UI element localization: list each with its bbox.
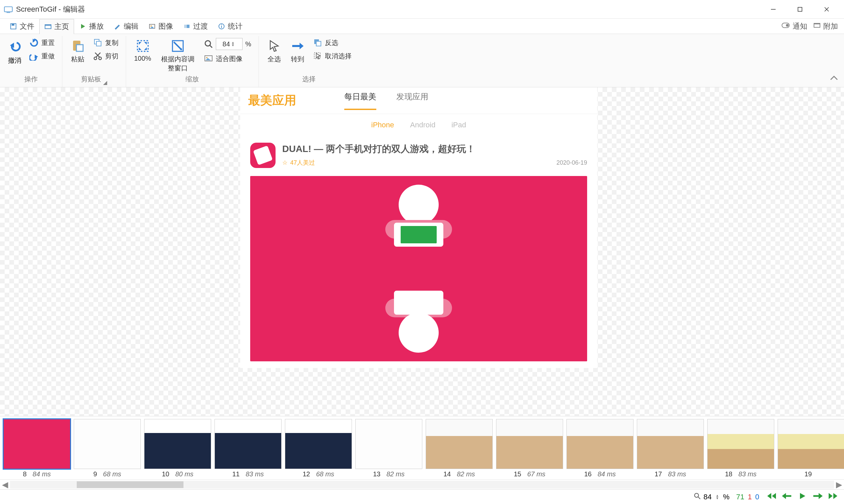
select-all-button[interactable]: 全选 <box>265 37 283 65</box>
status-zoom-spinner[interactable]: ▲▼ <box>716 494 719 500</box>
close-button[interactable] <box>813 0 840 19</box>
goto-button[interactable]: 转到 <box>288 37 307 65</box>
thumbnail-scrollbar[interactable]: ◀ ▶ <box>0 479 844 489</box>
paste-button[interactable]: 粘贴 <box>68 37 87 65</box>
maximize-button[interactable] <box>787 0 813 19</box>
cut-button[interactable]: 剪切 <box>92 51 120 61</box>
scroll-left-button[interactable]: ◀ <box>0 480 10 489</box>
thumbnail[interactable]: 1883 ms <box>707 419 774 479</box>
svg-point-44 <box>206 57 207 58</box>
platform-android[interactable]: Android <box>410 121 435 129</box>
thumbnail-label: 19 <box>804 470 817 478</box>
svg-marker-34 <box>139 42 141 45</box>
svg-marker-46 <box>299 43 304 49</box>
fit-content-label: 根据内容调整窗口 <box>160 55 196 73</box>
tab-file[interactable]: 文件 <box>5 19 39 34</box>
thumbnail[interactable]: 1268 ms <box>285 419 352 479</box>
nav-play-button[interactable] <box>797 492 808 502</box>
thumbnail[interactable]: 1482 ms <box>426 419 493 479</box>
zoom-spinner[interactable]: ▲▼ <box>231 41 235 47</box>
canvas-area[interactable]: 最美应用 每日最美 发现应用 iPhone Android iPad DUAL!… <box>0 87 844 416</box>
tab-file-label: 文件 <box>20 21 34 31</box>
ribbon: 撤消 重置 重做 操作 粘贴 复制 剪切 剪贴板◢ 100% 根据内容调整窗口 <box>0 34 844 87</box>
scroll-thumb[interactable] <box>77 481 184 488</box>
clipboard-dialog-launcher-icon[interactable]: ◢ <box>103 79 107 86</box>
thumbnail-duration: 84 ms <box>598 470 616 478</box>
deselect-label: 取消选择 <box>325 52 351 61</box>
thumbnail-number: 9 <box>93 470 97 478</box>
copy-button[interactable]: 复制 <box>92 37 120 48</box>
invert-selection-button[interactable]: 反选 <box>312 37 353 48</box>
thumbnail[interactable]: 1080 ms <box>144 419 211 479</box>
thumbnail-image <box>496 419 563 469</box>
fit-window-icon <box>171 39 185 53</box>
thumbnail-number: 10 <box>162 470 169 478</box>
svg-point-41 <box>205 41 210 46</box>
window-icon <box>813 22 821 31</box>
svg-rect-3 <box>798 7 802 11</box>
svg-rect-17 <box>221 24 222 25</box>
tab-playback[interactable]: 播放 <box>74 19 109 34</box>
redo-button[interactable]: 重做 <box>28 51 56 61</box>
thumbnail-duration: 68 ms <box>103 470 121 478</box>
nav-prev-button[interactable] <box>781 492 793 502</box>
content-tab-discover[interactable]: 发现应用 <box>396 91 428 110</box>
thumbnail[interactable]: 19 <box>778 419 844 479</box>
status-zoom-value: 84 <box>704 493 711 501</box>
notifications-button[interactable]: 通知 <box>781 21 807 31</box>
thumbnail[interactable]: 1783 ms <box>637 419 704 479</box>
thumbnail[interactable]: 884 ms <box>3 419 70 479</box>
thumbnail-strip: 884 ms 968 ms 1080 ms 1183 ms 1268 ms 13… <box>0 416 844 489</box>
ribbon-group-zoom: 100% 根据内容调整窗口 84▲▼ % 适合图像 缩放 <box>126 36 259 87</box>
zoom-input[interactable]: 84▲▼ <box>216 38 242 50</box>
tab-home[interactable]: 主页 <box>39 19 74 34</box>
fit-image-button[interactable]: 适合图像 <box>203 53 253 64</box>
reset-button[interactable]: 重置 <box>28 37 56 48</box>
collapse-ribbon-button[interactable] <box>829 74 839 84</box>
scroll-right-button[interactable]: ▶ <box>834 480 844 489</box>
arrow-right-icon <box>290 39 305 53</box>
thumbnails-row[interactable]: 884 ms 968 ms 1080 ms 1183 ms 1268 ms 13… <box>0 416 844 479</box>
thumbnail-image <box>778 419 844 469</box>
deselect-button[interactable]: 取消选择 <box>312 51 353 61</box>
thumbnail[interactable]: 1567 ms <box>496 419 563 479</box>
thumbnail-duration: 68 ms <box>316 470 334 478</box>
info-icon <box>218 23 225 30</box>
platform-iphone[interactable]: iPhone <box>371 121 394 129</box>
extras-button[interactable]: 附加 <box>813 21 838 31</box>
thumbnail-image <box>144 419 211 469</box>
scroll-track[interactable] <box>10 481 834 489</box>
tab-statistics[interactable]: 统计 <box>213 19 247 34</box>
tab-image-label: 图像 <box>158 21 173 31</box>
thumbnail-image <box>707 419 774 469</box>
thumbnail-label: 968 ms <box>93 470 121 478</box>
fit-content-button[interactable]: 根据内容调整窗口 <box>158 37 198 74</box>
thumbnail-image <box>637 419 704 469</box>
tab-edit[interactable]: 编辑 <box>109 19 143 34</box>
thumbnail[interactable]: 1183 ms <box>214 419 281 479</box>
thumbnail-label: 1684 ms <box>584 470 616 478</box>
nav-next-button[interactable] <box>812 492 823 502</box>
expand-icon <box>135 39 150 53</box>
thumbnail[interactable]: 968 ms <box>74 419 141 479</box>
status-zoom[interactable]: 84 ▲▼ % <box>693 492 729 502</box>
svg-point-19 <box>786 24 789 27</box>
thumbnail[interactable]: 1684 ms <box>566 419 634 479</box>
undo-icon <box>7 38 22 53</box>
minimize-button[interactable] <box>760 0 787 19</box>
nav-last-button[interactable] <box>827 492 839 502</box>
svg-marker-60 <box>833 493 837 499</box>
thumbnail[interactable]: 1382 ms <box>355 419 422 479</box>
svg-marker-58 <box>819 493 823 499</box>
zoom-100-button[interactable]: 100% <box>132 37 153 64</box>
nav-first-button[interactable] <box>766 492 777 502</box>
ribbon-group-actions: 撤消 重置 重做 操作 <box>0 36 63 87</box>
article: DUAL! — 两个手机对打的双人游戏，超好玩！ ☆47人美过 2020-06-… <box>240 136 597 368</box>
tab-edit-label: 编辑 <box>124 21 138 31</box>
menu-tabs: 文件 主页 播放 编辑 图像 过渡 统计 通知 附加 <box>0 19 844 34</box>
content-tab-daily[interactable]: 每日最美 <box>344 91 376 110</box>
undo-button[interactable] <box>6 37 23 53</box>
tab-image[interactable]: 图像 <box>143 19 178 34</box>
tab-transition[interactable]: 过渡 <box>178 19 213 34</box>
platform-ipad[interactable]: iPad <box>451 121 466 129</box>
